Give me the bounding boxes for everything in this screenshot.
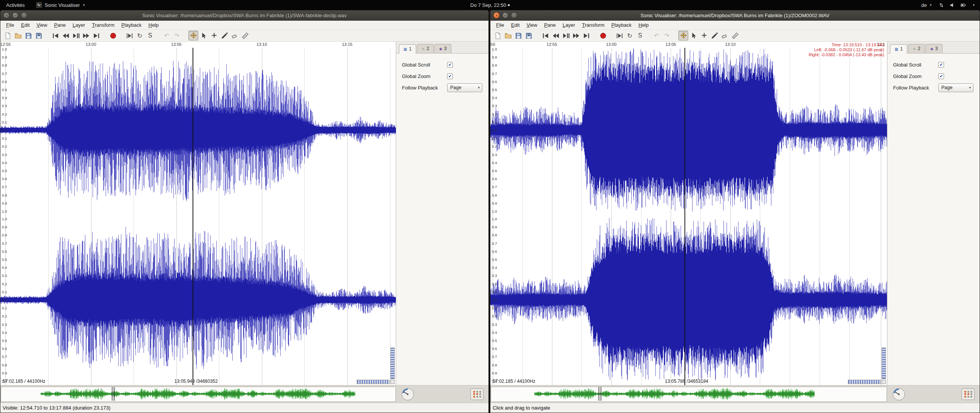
draw-button[interactable] bbox=[709, 31, 719, 41]
close-button[interactable]: × bbox=[493, 12, 500, 18]
app-menu[interactable]: Sonic Visualiser ▾ bbox=[34, 0, 86, 10]
maximize-button[interactable]: ▢ bbox=[21, 12, 27, 18]
waveform-pane[interactable]: 12:5513:0013:0513:1013:15 1.00.90.80.70.… bbox=[0, 42, 396, 385]
open-button[interactable] bbox=[13, 31, 23, 41]
save-button[interactable] bbox=[23, 31, 33, 41]
select-button[interactable] bbox=[199, 31, 209, 41]
minimize-button[interactable]: − bbox=[502, 12, 508, 18]
record-button[interactable] bbox=[598, 31, 608, 41]
erase-button[interactable] bbox=[720, 31, 730, 41]
draw-button[interactable] bbox=[219, 31, 229, 41]
navigate-button[interactable] bbox=[678, 31, 688, 41]
edit-button[interactable] bbox=[699, 31, 709, 41]
close-button[interactable]: × bbox=[3, 12, 10, 18]
export-button[interactable] bbox=[524, 31, 534, 41]
record-button[interactable] bbox=[108, 31, 118, 41]
menu-edit[interactable]: Edit bbox=[18, 21, 33, 29]
loop-button[interactable]: ↻ bbox=[625, 31, 635, 41]
pane-tab-2[interactable]: ∿2 bbox=[908, 44, 925, 53]
play-pause-button[interactable] bbox=[71, 31, 81, 41]
fast-forward-to-end-button[interactable] bbox=[91, 31, 101, 41]
menu-playback[interactable]: Playback bbox=[118, 21, 145, 29]
layer-matrix-button[interactable] bbox=[962, 389, 975, 400]
volume-icon[interactable] bbox=[950, 3, 955, 8]
edit-button[interactable] bbox=[209, 31, 219, 41]
horizontal-zoom-thumbwheel[interactable] bbox=[357, 380, 390, 384]
menu-transform[interactable]: Transform bbox=[88, 21, 118, 29]
pane-tab-1[interactable]: ▦1 bbox=[399, 44, 416, 54]
global-zoom-checkbox[interactable]: ✔ bbox=[938, 73, 944, 79]
play-selection-button[interactable] bbox=[614, 31, 624, 41]
solo-button[interactable]: S bbox=[635, 31, 645, 41]
export-button[interactable] bbox=[34, 31, 44, 41]
menu-pane[interactable]: Pane bbox=[541, 21, 559, 29]
erase-button[interactable] bbox=[230, 31, 240, 41]
menu-view[interactable]: View bbox=[33, 21, 51, 29]
waveform-canvas[interactable] bbox=[490, 42, 887, 385]
battery-icon[interactable] bbox=[960, 3, 966, 8]
playback-speed-dial[interactable] bbox=[400, 387, 415, 402]
rewind-to-start-button[interactable] bbox=[50, 31, 60, 41]
window-titlebar[interactable]: ×−▢ Sonic Visualiser: /home/samuel/Dropb… bbox=[490, 10, 980, 21]
open-button[interactable] bbox=[503, 31, 513, 41]
fast-forward-button[interactable] bbox=[81, 31, 91, 41]
menu-file[interactable]: File bbox=[493, 21, 508, 29]
global-scroll-checkbox[interactable]: ✔ bbox=[447, 62, 453, 68]
fast-forward-to-end-button[interactable] bbox=[581, 31, 591, 41]
menu-help[interactable]: Help bbox=[635, 21, 652, 29]
overview-panner[interactable] bbox=[1, 387, 396, 402]
waveform-canvas[interactable] bbox=[0, 42, 396, 385]
window-titlebar[interactable]: ×−▢ Sonic Visualiser: /home/samuel/Dropb… bbox=[0, 10, 488, 21]
zoom-reset-button[interactable] bbox=[882, 380, 886, 384]
activities-button[interactable]: Activités bbox=[5, 0, 26, 10]
save-button[interactable] bbox=[513, 31, 523, 41]
pane-tab-3[interactable]: ◆3 bbox=[926, 44, 942, 53]
redo-button[interactable]: ↷ bbox=[172, 31, 182, 41]
menu-file[interactable]: File bbox=[3, 21, 18, 29]
pane-tab-1[interactable]: ▦1 bbox=[890, 44, 907, 54]
layer-matrix-button[interactable] bbox=[470, 389, 483, 400]
menu-view[interactable]: View bbox=[523, 21, 541, 29]
clock[interactable]: Do 7 Sep, 22:50 bbox=[470, 0, 510, 10]
new-session-button[interactable] bbox=[493, 31, 503, 41]
measure-button[interactable] bbox=[240, 31, 250, 41]
vertical-zoom-thumbwheel[interactable] bbox=[390, 348, 395, 379]
measure-button[interactable] bbox=[730, 31, 740, 41]
vertical-zoom-thumbwheel[interactable] bbox=[882, 348, 886, 379]
select-button[interactable] bbox=[689, 31, 699, 41]
pane-tab-2[interactable]: ∿2 bbox=[417, 44, 434, 53]
maximize-button[interactable]: ▢ bbox=[511, 12, 517, 18]
global-zoom-checkbox[interactable]: ✔ bbox=[447, 73, 453, 79]
play-pause-button[interactable] bbox=[561, 31, 571, 41]
menu-layer[interactable]: Layer bbox=[69, 21, 89, 29]
menu-help[interactable]: Help bbox=[145, 21, 162, 29]
menu-pane[interactable]: Pane bbox=[51, 21, 69, 29]
fast-forward-button[interactable] bbox=[571, 31, 581, 41]
navigate-button[interactable] bbox=[188, 31, 198, 41]
zoom-reset-button[interactable] bbox=[390, 380, 395, 384]
play-selection-button[interactable] bbox=[124, 31, 134, 41]
rewind-to-start-button[interactable] bbox=[540, 31, 550, 41]
follow-playback-select[interactable]: Page▾ bbox=[447, 83, 482, 92]
minimize-button[interactable]: − bbox=[12, 12, 18, 18]
solo-button[interactable]: S bbox=[145, 31, 155, 41]
menu-layer[interactable]: Layer bbox=[559, 21, 579, 29]
global-scroll-checkbox[interactable]: ✔ bbox=[938, 62, 944, 68]
keyboard-layout-indicator[interactable]: de ▾ bbox=[920, 0, 933, 10]
follow-playback-select[interactable]: Page▾ bbox=[938, 83, 973, 92]
redo-button[interactable]: ↷ bbox=[662, 31, 672, 41]
loop-button[interactable]: ↻ bbox=[135, 31, 145, 41]
undo-button[interactable]: ↶ bbox=[162, 31, 172, 41]
undo-button[interactable]: ↶ bbox=[652, 31, 662, 41]
horizontal-zoom-thumbwheel[interactable] bbox=[848, 380, 881, 384]
network-icon[interactable] bbox=[939, 3, 944, 8]
system-menu-chevron[interactable]: ▾ bbox=[973, 3, 975, 7]
rewind-button[interactable] bbox=[60, 31, 70, 41]
playback-speed-dial[interactable] bbox=[892, 387, 906, 402]
overview-panner[interactable] bbox=[491, 387, 887, 402]
rewind-button[interactable] bbox=[550, 31, 560, 41]
menu-playback[interactable]: Playback bbox=[608, 21, 635, 29]
pane-tab-3[interactable]: ◆3 bbox=[434, 44, 451, 53]
menu-edit[interactable]: Edit bbox=[508, 21, 523, 29]
new-session-button[interactable] bbox=[3, 31, 13, 41]
